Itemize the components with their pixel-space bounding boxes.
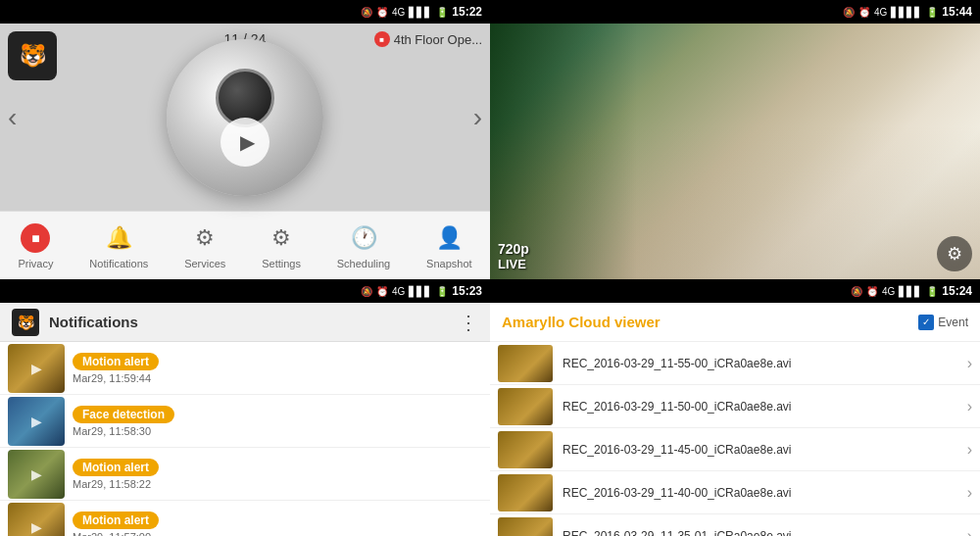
- play-icon-3: ▶: [31, 466, 42, 482]
- camera-device[interactable]: [167, 39, 323, 196]
- rec-filename-3: REC_2016-03-29_11-45-00_iCRa0ae8e.avi: [563, 443, 957, 457]
- scheduling-icon: 🕐: [348, 222, 379, 254]
- mute-icon: 🔕: [361, 7, 372, 18]
- recording-item-4[interactable]: REC_2016-03-29_11-40-00_iCRa0ae8e.avi ›: [490, 471, 980, 514]
- rec-arrow-5: ›: [967, 527, 972, 537]
- rec-filename-5: REC_2016-03-29_11-35-01_iCRa0ae8e.avi: [563, 529, 957, 537]
- toolbar-privacy[interactable]: ■ Privacy: [18, 222, 53, 269]
- cloud-title: Amaryllo Cloud viewer: [502, 314, 918, 330]
- notifications-label: Notifications: [89, 258, 148, 269]
- camera-title-text: 4th Floor Ope...: [394, 32, 482, 47]
- live-settings-button[interactable]: ⚙: [937, 236, 972, 271]
- play-icon-4: ▶: [31, 519, 42, 535]
- notification-item-2[interactable]: ▶ Face detection Mar29, 11:58:30: [0, 395, 490, 448]
- notif-thumb-4: ▶: [8, 503, 65, 537]
- stop-icon: [374, 31, 390, 47]
- r-battery-icon: 🔋: [926, 7, 938, 18]
- scheduling-label: Scheduling: [337, 258, 390, 269]
- alarm-icon: ⏰: [376, 7, 388, 18]
- recording-item-3[interactable]: REC_2016-03-29_11-45-00_iCRa0ae8e.avi ›: [490, 428, 980, 471]
- notif-thumb-1: ▶: [8, 344, 65, 393]
- notification-item-1[interactable]: ▶ Motion alert Mar29, 11:59:44: [0, 342, 490, 395]
- event-filter[interactable]: ✓ Event: [918, 315, 968, 330]
- left-status-bar: 🔕 ⏰ 4G ▋▋▋ 🔋 15:22: [0, 0, 490, 24]
- n-alarm-icon: ⏰: [376, 286, 388, 297]
- settings-icon: ⚙: [266, 222, 297, 254]
- nav-next-button[interactable]: ›: [473, 102, 482, 133]
- notif-time-2: Mar29, 11:58:30: [73, 425, 482, 437]
- c-wifi-icon: ▋▋▋: [899, 286, 922, 297]
- nav-prev-button[interactable]: ‹: [8, 102, 17, 133]
- notif-content-4: Motion alert Mar29, 11:57:00: [73, 511, 482, 536]
- recording-item-1[interactable]: REC_2016-03-29_11-55-00_iCRa0ae8e.avi ›: [490, 342, 980, 385]
- notif-thumb-3: ▶: [8, 450, 65, 499]
- c-battery-icon: 🔋: [926, 286, 938, 297]
- notif-content-1: Motion alert Mar29, 11:59:44: [73, 352, 482, 384]
- rec-arrow-1: ›: [967, 355, 972, 372]
- live-overlay: 720p LIVE: [498, 241, 529, 271]
- n-wifi-icon: ▋▋▋: [409, 286, 432, 297]
- resolution-label: 720p: [498, 241, 529, 257]
- camera-title: 4th Floor Ope...: [374, 31, 482, 47]
- r-wifi-icon: ▋▋▋▋: [891, 7, 922, 18]
- right-camera-panel: 🔕 ⏰ 4G ▋▋▋▋ 🔋 15:44 720p LIVE ⚙: [490, 0, 980, 279]
- cloud-viewer-panel: 🔕 ⏰ 4G ▋▋▋ 🔋 15:24 Amaryllo Cloud viewer…: [490, 279, 980, 536]
- notif-logo: 🐯: [12, 309, 39, 336]
- live-camera-feed: 720p LIVE ⚙: [490, 24, 980, 279]
- recording-list: REC_2016-03-29_11-55-00_iCRa0ae8e.avi › …: [490, 342, 980, 536]
- notifications-header: 🐯 Notifications ⋮: [0, 303, 490, 342]
- privacy-icon: ■: [20, 222, 51, 254]
- notif-thumb-2: ▶: [8, 397, 65, 446]
- rec-filename-2: REC_2016-03-29_11-50-00_iCRa0ae8e.avi: [563, 400, 957, 414]
- notifications-list: ▶ Motion alert Mar29, 11:59:44 ▶ Face de…: [0, 342, 490, 536]
- left-time: 15:22: [452, 5, 482, 19]
- top-section: 🔕 ⏰ 4G ▋▋▋ 🔋 15:22 🐯 11 / 24 4th Floor O…: [0, 0, 980, 279]
- play-button[interactable]: [220, 118, 270, 167]
- r-mute-icon: 🔕: [843, 7, 855, 18]
- toolbar-snapshot[interactable]: 👤 Snapshot: [426, 222, 471, 269]
- event-label: Event: [938, 316, 968, 329]
- privacy-stop-icon: ■: [21, 223, 50, 253]
- c-alarm-icon: ⏰: [866, 286, 878, 297]
- rec-thumb-3: [498, 431, 553, 468]
- notif-time-1: Mar29, 11:59:44: [73, 372, 482, 384]
- notif-time: 15:23: [452, 284, 482, 298]
- rec-arrow-2: ›: [967, 398, 972, 415]
- signal-icon: 4G: [392, 7, 405, 18]
- notification-item-4[interactable]: ▶ Motion alert Mar29, 11:57:00: [0, 501, 490, 536]
- camera-toolbar: ■ Privacy 🔔 Notifications ⚙ Services ⚙ S…: [0, 211, 490, 279]
- n-mute-icon: 🔕: [361, 286, 372, 297]
- toolbar-scheduling[interactable]: 🕐 Scheduling: [337, 222, 390, 269]
- motion-alert-tag-1: Motion alert: [73, 353, 159, 370]
- notifications-bell-icon: 🔔: [103, 222, 134, 254]
- rec-thumb-5: [498, 517, 553, 537]
- wifi-icon: ▋▋▋: [409, 7, 432, 18]
- live-badge: LIVE: [498, 257, 529, 271]
- rec-thumb-2: [498, 388, 553, 425]
- notifications-title: Notifications: [49, 314, 449, 330]
- r-signal-icon: 4G: [874, 7, 887, 18]
- toolbar-services[interactable]: ⚙ Services: [184, 222, 225, 269]
- toolbar-notifications[interactable]: 🔔 Notifications: [89, 222, 148, 269]
- privacy-label: Privacy: [18, 258, 53, 269]
- notification-item-3[interactable]: ▶ Motion alert Mar29, 11:58:22: [0, 448, 490, 501]
- notifications-panel: 🔕 ⏰ 4G ▋▋▋ 🔋 15:23 🐯 Notifications ⋮ ▶ M…: [0, 279, 490, 536]
- play-icon-2: ▶: [31, 414, 42, 429]
- notif-time-3: Mar29, 11:58:22: [73, 478, 482, 490]
- c-mute-icon: 🔕: [851, 286, 862, 297]
- recording-item-2[interactable]: REC_2016-03-29_11-50-00_iCRa0ae8e.avi ›: [490, 385, 980, 428]
- notifications-menu-button[interactable]: ⋮: [459, 311, 478, 334]
- battery-icon: 🔋: [436, 7, 448, 18]
- snapshot-icon: 👤: [433, 222, 465, 254]
- toolbar-settings[interactable]: ⚙ Settings: [262, 222, 301, 269]
- bottom-section: 🔕 ⏰ 4G ▋▋▋ 🔋 15:23 🐯 Notifications ⋮ ▶ M…: [0, 279, 980, 536]
- rec-filename-1: REC_2016-03-29_11-55-00_iCRa0ae8e.avi: [563, 357, 957, 370]
- cloud-header: Amaryllo Cloud viewer ✓ Event: [490, 303, 980, 342]
- recording-item-5[interactable]: REC_2016-03-29_11-35-01_iCRa0ae8e.avi ›: [490, 514, 980, 536]
- snapshot-label: Snapshot: [426, 258, 471, 269]
- right-time: 15:44: [942, 5, 972, 19]
- camera-view-area: 🐯 11 / 24 4th Floor Ope... ‹ ›: [0, 24, 490, 211]
- c-signal-icon: 4G: [882, 286, 895, 297]
- rec-filename-4: REC_2016-03-29_11-40-00_iCRa0ae8e.avi: [563, 486, 957, 500]
- rec-arrow-3: ›: [967, 441, 972, 459]
